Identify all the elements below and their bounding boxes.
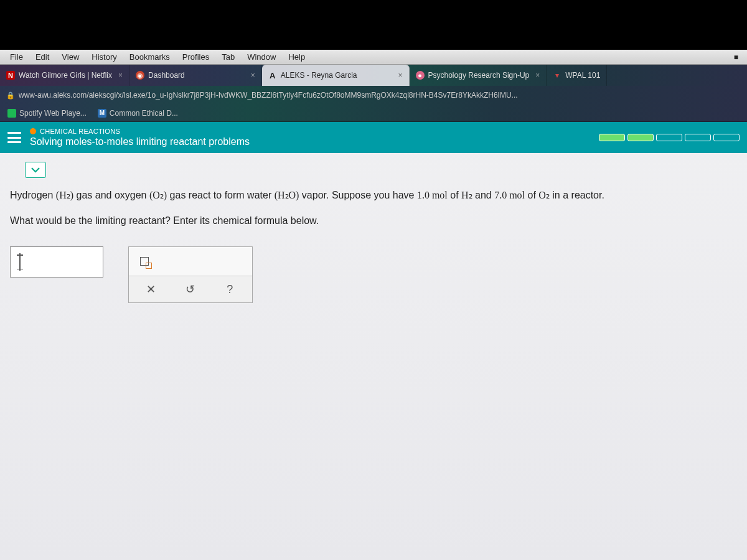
wpal-icon: ▾ <box>553 71 561 80</box>
progress-pill <box>599 134 625 141</box>
moodle-icon: M <box>98 109 106 118</box>
progress-pill <box>627 134 654 141</box>
progress-pill <box>685 134 711 141</box>
close-icon[interactable]: × <box>398 71 403 80</box>
tab-label: Psychology Research Sign-Up <box>428 71 530 80</box>
psych-icon: ● <box>416 71 425 80</box>
address-bar[interactable]: 🔒 www-awu.aleks.com/alekscgi/x/Isl.exe/1… <box>0 86 747 105</box>
mac-menu-bar: File Edit View History Bookmarks Profile… <box>0 50 747 65</box>
formula-palette: ✕ ↺ ? <box>128 246 253 303</box>
reset-button[interactable]: ↺ <box>178 280 203 299</box>
chevron-down-icon[interactable] <box>25 162 46 178</box>
netflix-icon: N <box>6 71 15 80</box>
category-dot-icon <box>30 128 36 134</box>
tab-aleks[interactable]: A ALEKS - Reyna Garcia × <box>262 65 410 86</box>
category-label: CHEMICAL REACTIONS <box>40 128 120 135</box>
menu-profiles[interactable]: Profiles <box>176 52 215 62</box>
problem-text-line2: What would be the limiting reactant? Ent… <box>10 212 737 229</box>
tab-dashboard[interactable]: ◉ Dashboard × <box>129 65 262 86</box>
page-content: CHEMICAL REACTIONS Solving moles-to-mole… <box>0 122 747 560</box>
bookmark-spotify[interactable]: Spotify Web Playe... <box>4 107 90 119</box>
tab-label: Dashboard <box>148 71 185 80</box>
help-button[interactable]: ? <box>217 280 242 299</box>
tab-netflix[interactable]: N Watch Gilmore Girls | Netflix × <box>0 65 129 86</box>
tab-wpal[interactable]: ▾ WPAL 101 <box>547 65 607 86</box>
menu-edit[interactable]: Edit <box>29 52 55 62</box>
close-icon[interactable]: × <box>251 71 255 80</box>
canvas-icon: ◉ <box>136 71 144 80</box>
progress-indicator <box>599 134 740 141</box>
aleks-icon: A <box>268 71 277 80</box>
menu-tab[interactable]: Tab <box>215 52 241 62</box>
bookmarks-bar: Spotify Web Playe... M Common Ethical D.… <box>0 105 747 122</box>
battery-icon: ■ <box>728 53 743 62</box>
menu-bookmarks[interactable]: Bookmarks <box>123 52 176 62</box>
bookmark-label: Spotify Web Playe... <box>19 109 87 118</box>
menu-window[interactable]: Window <box>241 52 282 62</box>
clear-button[interactable]: ✕ <box>139 280 164 299</box>
answer-input[interactable] <box>10 246 103 278</box>
close-icon[interactable]: × <box>535 71 540 80</box>
tab-psychology[interactable]: ● Psychology Research Sign-Up × <box>410 65 547 86</box>
bookmark-label: Common Ethical D... <box>110 109 178 118</box>
tab-strip: N Watch Gilmore Girls | Netflix × ◉ Dash… <box>0 65 747 86</box>
progress-pill <box>713 134 740 141</box>
progress-pill <box>656 134 682 141</box>
subscript-button[interactable] <box>135 252 154 271</box>
tab-label: ALEKS - Reyna Garcia <box>281 71 357 80</box>
menu-view[interactable]: View <box>55 52 85 62</box>
lesson-header: CHEMICAL REACTIONS Solving moles-to-mole… <box>0 122 747 153</box>
url-text: www-awu.aleks.com/alekscgi/x/Isl.exe/1o_… <box>19 91 741 100</box>
spotify-icon <box>7 109 16 118</box>
menu-history[interactable]: History <box>85 52 123 62</box>
menu-file[interactable]: File <box>4 52 29 62</box>
problem-area: Hydrogen (H₂) gas and oxygen (O₂) gas re… <box>0 153 747 314</box>
lesson-title: Solving moles-to-moles limiting reactant… <box>30 136 590 147</box>
lock-icon: 🔒 <box>6 91 15 100</box>
subscript-icon <box>140 257 149 266</box>
text-cursor-icon <box>17 253 23 271</box>
bookmark-common-ethical[interactable]: M Common Ethical D... <box>94 107 182 119</box>
close-icon[interactable]: × <box>118 71 123 80</box>
tab-label: Watch Gilmore Girls | Netflix <box>19 71 112 80</box>
tab-label: WPAL 101 <box>565 71 600 80</box>
menu-help[interactable]: Help <box>282 52 311 62</box>
problem-text-line1: Hydrogen (H₂) gas and oxygen (O₂) gas re… <box>10 187 737 203</box>
menu-icon[interactable] <box>7 132 21 143</box>
